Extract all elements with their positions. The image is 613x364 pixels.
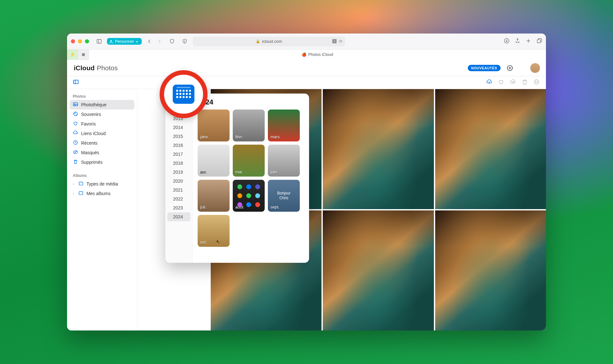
svg-rect-19	[79, 182, 83, 185]
month-tile-may[interactable]: mai	[233, 145, 265, 177]
trash-icon[interactable]	[522, 79, 528, 86]
month-tile-oct[interactable]: oct. ↖	[198, 215, 230, 247]
privacy-shield-icon[interactable]	[180, 37, 190, 46]
month-label: janv.	[200, 134, 209, 139]
year-item[interactable]: 2020	[167, 177, 190, 186]
month-tile-apr[interactable]: avr.	[198, 145, 230, 177]
sidebar-item-label: Mes albums	[87, 191, 110, 196]
main-area: Photos Photothèque Souvenirs Favoris Lie…	[67, 89, 546, 330]
sidebar-item-label: Liens iCloud	[81, 131, 106, 136]
svg-point-4	[185, 42, 185, 42]
svg-rect-6	[537, 40, 541, 43]
month-tile-sep[interactable]: BonjourChris sept.	[268, 180, 300, 212]
photo-thumbnail[interactable]	[435, 210, 546, 330]
year-item[interactable]: 2015	[167, 132, 190, 141]
year-item[interactable]: 2022	[167, 194, 190, 203]
sept-overlay: BonjourChris	[268, 191, 300, 201]
year-item[interactable]: 2019	[167, 168, 190, 177]
date-picker-popover: 2011 2012 2013 2014 2015 2016 2017 2018 …	[165, 94, 309, 263]
sidebar-item-label: Favoris	[81, 121, 96, 126]
reload-icon[interactable]: ⟳	[339, 39, 343, 44]
sidebar-item-icloud-links[interactable]: Liens iCloud	[70, 129, 134, 138]
year-item[interactable]: 2017	[167, 150, 190, 159]
safari-window: Personnel 🔒 icloud.com 🅰︎ ⟳ ⚡ ▦	[67, 34, 546, 330]
browser-tabbar: ⚡ ▦ 🍎 Photos iCloud	[67, 49, 546, 60]
nav-back-button[interactable]	[145, 37, 155, 46]
photo-grid-area: + 2011 2012 2013 2014 2015 2016	[137, 89, 546, 330]
profile-switcher-button[interactable]: Personnel	[107, 38, 142, 45]
shield-icon[interactable]	[167, 37, 177, 46]
tab-title: Photos iCloud	[308, 52, 333, 57]
month-tile-jul[interactable]: juil.	[198, 180, 230, 212]
zoom-window-button[interactable]	[85, 39, 89, 43]
sidebar-item-recent[interactable]: Récents	[70, 138, 134, 148]
photos-sidebar: Photos Photothèque Souvenirs Favoris Lie…	[67, 89, 137, 330]
year-list[interactable]: 2011 2012 2013 2014 2015 2016 2017 2018 …	[165, 94, 193, 263]
month-tile-jan[interactable]: janv.	[198, 110, 230, 141]
year-item[interactable]: 2016	[167, 141, 190, 150]
sidebar-section-albums: Albums	[70, 171, 134, 179]
address-bar[interactable]: 🔒 icloud.com 🅰︎ ⟳	[193, 37, 345, 46]
photo-thumbnail[interactable]	[323, 89, 434, 209]
account-avatar[interactable]	[530, 63, 540, 73]
sidebar-item-my-albums[interactable]: › Mes albums	[70, 189, 134, 198]
active-tab[interactable]: 🍎 Photos iCloud	[89, 49, 546, 60]
sidebar-toggle-button[interactable]	[94, 37, 104, 46]
year-item[interactable]: 2018	[167, 159, 190, 168]
photo-thumbnail[interactable]	[323, 210, 434, 330]
add-icon[interactable]	[506, 64, 513, 72]
sidebar-item-favorites[interactable]: Favoris	[70, 119, 134, 129]
annotation-highlight-ring	[160, 70, 208, 118]
translate-icon[interactable]: 🅰︎	[332, 39, 337, 44]
address-text: icloud.com	[262, 39, 282, 44]
sidebar-item-hidden[interactable]: Masqués	[70, 148, 134, 157]
more-icon[interactable]	[534, 79, 540, 86]
cloud-download-icon[interactable]	[486, 79, 492, 86]
sidebar-item-label: Photothèque	[81, 102, 106, 107]
memories-icon	[73, 111, 78, 118]
month-label: juin	[270, 170, 277, 174]
album-icon	[78, 181, 84, 187]
month-tile-mar[interactable]: mars	[268, 110, 300, 141]
sidebar-collapse-icon[interactable]	[73, 79, 79, 86]
month-pane: 2024 janv. févr. mars avr. mai juin juil…	[193, 94, 309, 263]
sidebar-item-label: Types de média	[87, 181, 118, 186]
cloud-upload-icon[interactable]	[510, 79, 516, 86]
brand-icloud: iCloud	[74, 64, 95, 72]
calendar-icon[interactable]	[173, 85, 194, 104]
window-controls	[71, 39, 89, 43]
downloads-icon[interactable]	[504, 38, 510, 45]
month-label: avr.	[200, 170, 207, 174]
year-item[interactable]: 2014	[167, 123, 190, 132]
minimize-window-button[interactable]	[78, 39, 82, 43]
close-window-button[interactable]	[71, 39, 75, 43]
month-tile-aug[interactable]: août	[233, 180, 265, 212]
year-item[interactable]: 2023	[167, 203, 190, 212]
apps-grid-icon[interactable]	[518, 64, 525, 72]
sidebar-item-memories[interactable]: Souvenirs	[70, 110, 134, 119]
favorite-icon[interactable]	[498, 79, 504, 86]
tab-overview-icon[interactable]	[536, 38, 542, 45]
svg-point-11	[535, 82, 535, 82]
photo-thumbnail[interactable]	[435, 89, 546, 209]
sidebar-item-label: Supprimés	[81, 160, 102, 165]
month-tile-jun[interactable]: juin	[268, 145, 300, 177]
pinned-tab-1[interactable]: ⚡	[67, 49, 78, 59]
pinned-tab-2[interactable]: ▦	[78, 49, 89, 59]
sidebar-item-deleted[interactable]: Supprimés	[70, 157, 134, 167]
year-item[interactable]: 2021	[167, 186, 190, 194]
new-tab-icon[interactable]	[526, 38, 531, 45]
clock-icon	[73, 140, 78, 146]
news-button[interactable]: NOUVEAUTÉS	[468, 65, 501, 71]
month-label: févr.	[235, 134, 243, 139]
year-item-selected[interactable]: 2024	[167, 212, 190, 221]
heart-icon	[73, 121, 78, 127]
sidebar-item-media-types[interactable]: › Types de média	[70, 179, 134, 189]
share-icon[interactable]	[515, 38, 520, 45]
month-tile-feb[interactable]: févr.	[233, 110, 265, 141]
sidebar-item-library[interactable]: Photothèque	[70, 100, 134, 110]
profile-label: Personnel	[115, 39, 134, 44]
nav-forward-button[interactable]	[155, 37, 164, 46]
library-icon	[73, 102, 78, 108]
apple-icon: 🍎	[302, 52, 306, 57]
